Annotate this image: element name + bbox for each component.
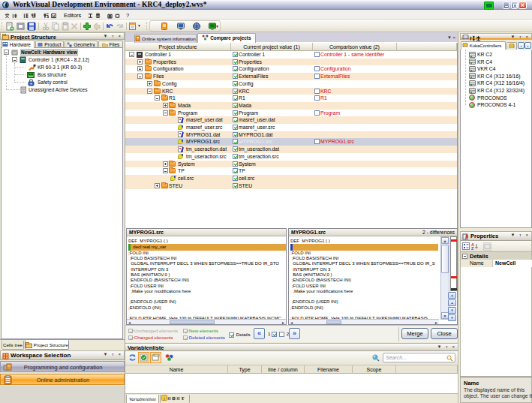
svg-text:i: i — [164, 396, 164, 401]
